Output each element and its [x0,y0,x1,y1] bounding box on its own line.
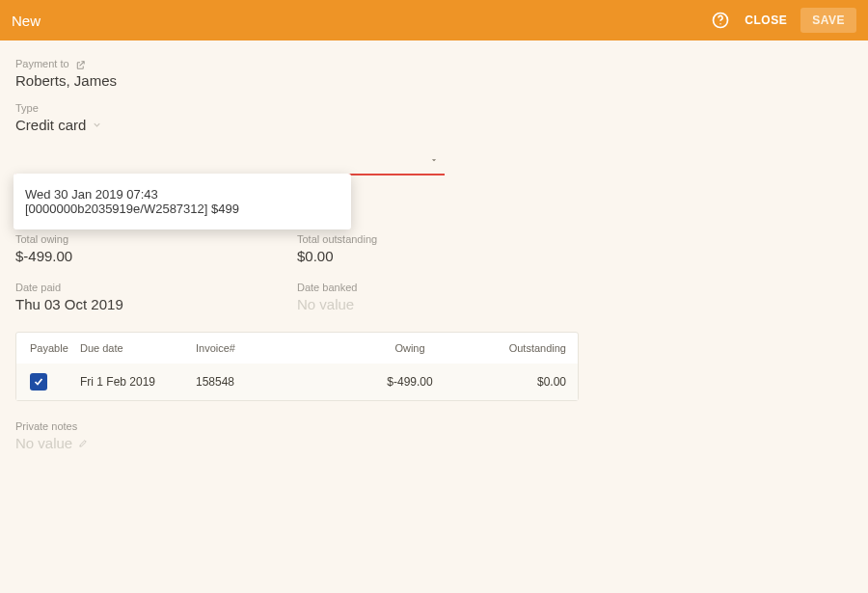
col-due-date: Due date [72,342,188,354]
col-outstanding: Outstanding [468,342,580,354]
table-row: Fri 1 Feb 2019 158548 $-499.00 $0.00 [16,364,578,400]
payment-to-value: Roberts, James [15,72,853,89]
row-invoice: 158548 [188,375,352,389]
open-external-icon[interactable] [75,60,86,70]
app-header: New CLOSE SAVE [0,0,868,40]
total-outstanding-value: $0.00 [297,248,579,264]
header-actions: CLOSE SAVE [710,8,856,33]
date-paid-label: Date paid [15,282,297,293]
type-label: Type [15,102,853,114]
type-text: Credit card [15,117,86,133]
type-value[interactable]: Credit card [15,117,853,133]
payment-to-label-row: Payment to [15,58,853,72]
edit-icon[interactable] [78,438,89,448]
row-outstanding: $0.00 [468,375,580,389]
col-owing: Owing [352,342,468,354]
page-title: New [12,13,710,29]
payment-to-label: Payment to [15,58,69,69]
date-banked-label: Date banked [297,282,579,293]
col-invoice: Invoice# [188,342,352,354]
close-button[interactable]: CLOSE [745,13,787,27]
total-owing-label: Total owing [15,233,297,245]
help-icon[interactable] [710,10,731,31]
svg-point-1 [720,23,721,24]
private-notes-value[interactable]: No value [15,435,853,451]
caret-down-icon [429,151,439,169]
save-button[interactable]: SAVE [800,8,856,33]
payment-in-dropdown-option[interactable]: Wed 30 Jan 2019 07:43 [0000000b2035919e/… [14,174,351,229]
date-banked-value: No value [297,296,579,312]
payment-in-select[interactable] [15,147,445,175]
invoices-table: Payable Due date Invoice# Owing Outstand… [15,332,579,401]
private-notes-text: No value [15,435,72,451]
date-paid-value: Thu 03 Oct 2019 [15,296,297,312]
row-owing: $-499.00 [352,375,468,389]
chevron-down-icon [92,120,102,130]
col-payable: Payable [16,342,72,354]
private-notes-label: Private notes [15,420,853,432]
form-content: Payment to Roberts, James Type Credit ca… [0,40,868,482]
total-outstanding-label: Total outstanding [297,233,579,245]
row-due-date: Fri 1 Feb 2019 [72,375,188,389]
total-owing-value: $-499.00 [15,248,297,264]
row-checkbox[interactable] [30,373,47,391]
dropdown-option-text: Wed 30 Jan 2019 07:43 [0000000b2035919e/… [25,187,239,216]
table-header: Payable Due date Invoice# Owing Outstand… [16,333,578,364]
